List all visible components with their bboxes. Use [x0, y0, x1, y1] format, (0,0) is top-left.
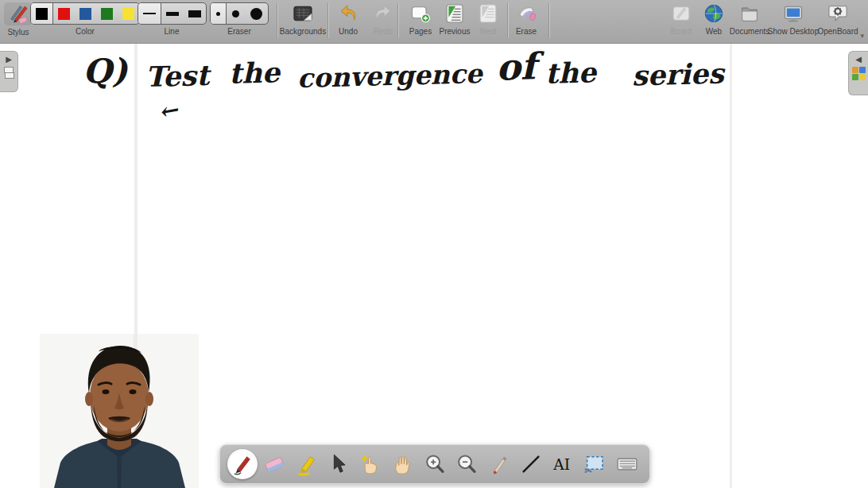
redo-label: Redo: [374, 27, 393, 36]
toolbar-separator: [507, 3, 508, 38]
line-group: Line: [140, 2, 203, 36]
right-panel-expander[interactable]: ◀: [848, 51, 868, 95]
pointing-hand-icon: [358, 452, 382, 476]
openboard-menu-button[interactable]: OpenBoard: [816, 2, 860, 36]
svg-text:✂: ✂: [584, 465, 592, 477]
undo-icon: [337, 2, 359, 25]
show-desktop-label: Show Desktop: [768, 27, 819, 36]
highlighter-icon: [295, 452, 319, 476]
show-desktop-button[interactable]: Show Desktop: [769, 2, 818, 36]
eraser-medium-option[interactable]: [227, 3, 245, 24]
zoom-in-tool[interactable]: [420, 449, 450, 479]
documents-folder-icon: [738, 2, 761, 25]
write-text-tool[interactable]: AI: [548, 449, 578, 479]
web-label: Web: [706, 27, 722, 36]
draw-line-tool[interactable]: [516, 449, 546, 479]
capture-screenshot-tool[interactable]: ✂: [579, 449, 610, 479]
pages-icon: [409, 2, 432, 25]
toolbar-separator: [397, 3, 398, 38]
laser-pointer-icon: [487, 452, 511, 476]
color-swatch-blue[interactable]: [75, 3, 96, 24]
next-page-icon: [477, 2, 499, 25]
line-icon: [519, 452, 543, 476]
color-swatch-yellow[interactable]: [118, 3, 139, 24]
zoom-in-icon: [423, 452, 447, 476]
eraser-small-option[interactable]: [211, 3, 227, 24]
board-mode-button: Board: [664, 2, 699, 36]
line-thick-option[interactable]: [184, 3, 206, 24]
handwriting-arrow-annotation: ←: [157, 96, 180, 126]
left-panel-expander[interactable]: ▶: [0, 51, 18, 92]
line-thin-option[interactable]: [138, 3, 161, 24]
color-group: Color: [37, 2, 134, 36]
color-swatch-row: [30, 2, 140, 25]
handwriting-word: convergence: [297, 58, 483, 94]
highlighter-tool[interactable]: [292, 449, 322, 479]
expand-right-icon: ▶: [6, 56, 12, 64]
pen-icon: [231, 452, 254, 476]
color-swatch-black[interactable]: [31, 3, 53, 24]
pages-button[interactable]: Pages: [402, 2, 439, 36]
bottom-tool-dock: AI ✂: [219, 444, 650, 484]
selector-tool[interactable]: [324, 449, 354, 479]
backgrounds-button[interactable]: Backgrounds: [280, 2, 326, 36]
presenter-portrait: [40, 334, 199, 488]
eraser-large-option[interactable]: [245, 3, 268, 24]
board-icon: [670, 2, 692, 25]
page-thumbnails-icon: [4, 67, 14, 79]
zoom-out-icon: [455, 452, 479, 476]
web-mode-button[interactable]: Web: [698, 2, 730, 36]
openboard-gear-icon: [827, 2, 849, 25]
handwriting-word: the: [544, 56, 596, 90]
backgrounds-icon: [292, 2, 314, 25]
toolbar-overflow-arrow-icon[interactable]: ▾: [860, 32, 864, 40]
eraser-group: Eraser: [208, 2, 270, 36]
next-page-label: Next: [480, 27, 497, 36]
openboard-label: OpenBoard: [817, 27, 858, 36]
redo-button: Redo: [366, 2, 401, 36]
web-globe-icon: [703, 2, 725, 25]
pan-hand-tool[interactable]: [388, 449, 418, 479]
interact-play-tool[interactable]: [355, 449, 386, 479]
color-swatch-red[interactable]: [53, 3, 75, 24]
toolbar-separator: [277, 3, 277, 38]
handwriting-word: the: [228, 56, 280, 90]
eraser-icon: [262, 452, 286, 476]
virtual-keyboard-tool[interactable]: [612, 449, 642, 479]
previous-page-icon: [444, 2, 466, 25]
show-desktop-monitor-icon: [782, 2, 804, 25]
erase-button[interactable]: Erase: [509, 2, 544, 36]
handwriting-word: of: [495, 45, 537, 88]
stylus-icon: [4, 2, 33, 25]
pages-label: Pages: [409, 27, 432, 36]
color-label: Color: [76, 27, 95, 36]
line-medium-option[interactable]: [161, 3, 184, 24]
library-icon: [852, 67, 866, 80]
keyboard-icon: [615, 452, 639, 476]
expand-left-icon: ◀: [855, 56, 862, 64]
undo-label: Undo: [339, 27, 358, 36]
undo-button[interactable]: Undo: [331, 2, 366, 36]
annotate-pen-tool[interactable]: [227, 449, 258, 479]
open-hand-icon: [391, 452, 415, 476]
line-label: Line: [165, 27, 180, 36]
zoom-out-tool[interactable]: [451, 449, 482, 479]
previous-page-label: Previous: [440, 27, 471, 36]
eraser-label: Eraser: [227, 27, 250, 36]
eraser-size-row: [210, 2, 269, 25]
toolbar-separator: [548, 3, 549, 38]
laser-pointer-tool[interactable]: [484, 449, 514, 479]
redo-icon: [372, 2, 394, 25]
toolbar-separator: [327, 3, 328, 38]
erase-annotation-tool[interactable]: [259, 449, 289, 479]
handwriting-word: Test: [145, 59, 209, 93]
handwriting-word: series: [631, 56, 724, 91]
previous-page-button[interactable]: Previous: [436, 2, 474, 36]
svg-text:AI: AI: [552, 456, 570, 473]
documents-mode-button[interactable]: Documents: [729, 2, 770, 36]
capture-icon: ✂: [583, 452, 606, 476]
erase-label: Erase: [516, 27, 537, 36]
backgrounds-label: Backgrounds: [280, 27, 326, 36]
color-swatch-green[interactable]: [96, 3, 118, 24]
handwriting-word: Q): [82, 51, 128, 91]
